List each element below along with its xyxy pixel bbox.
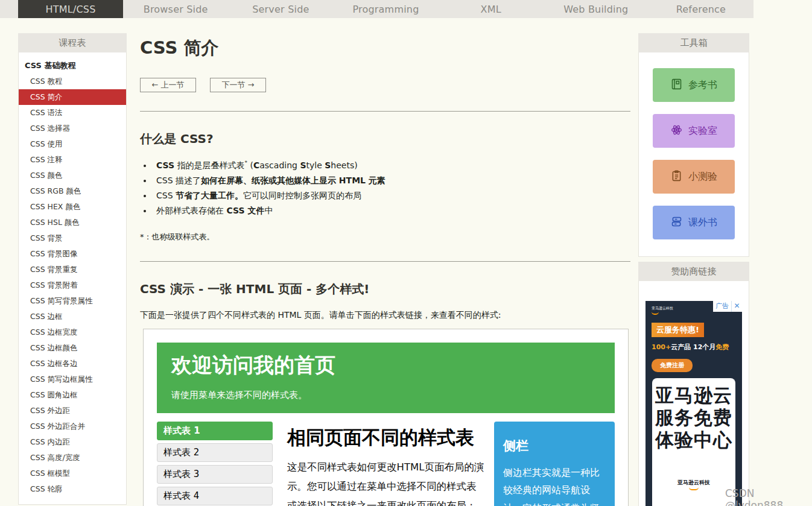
demo-article-heading: 相同页面不同的样式表 — [287, 425, 485, 451]
sidebar-item[interactable]: CSS 高度/宽度 — [19, 450, 126, 466]
demo-banner-title: 欢迎访问我的首页 — [171, 352, 600, 379]
sidebar-item[interactable]: CSS 边框颜色 — [19, 340, 126, 356]
demo-article-text: 这是不同样式表如何更改HTML页面布局的演示。您可以通过在菜单中选择不同的样式表… — [287, 458, 485, 506]
ad-close-icon[interactable]: ✕ — [731, 301, 742, 312]
ad-top-row: 亚马逊云科技 广告 ✕ — [645, 301, 742, 315]
demo-section-heading: CSS 演示 - 一张 HTML 页面 - 多个样式! — [140, 281, 630, 297]
ad-card: 亚马逊云 服务免费 体验中心 亚马逊云科技 爆款服务器 云 — [652, 378, 735, 506]
demo-banner: 欢迎访问我的首页 请使用菜单来选择不同的样式表。 — [157, 343, 615, 413]
demo-stylesheet-menu: 样式表 1 样式表 2 样式表 3 样式表 4 无样式表 — [157, 422, 273, 506]
style-demo-frame: 欢迎访问我的首页 请使用菜单来选择不同的样式表。 样式表 1 样式表 2 样式表… — [143, 329, 629, 506]
ad-banner[interactable]: 亚马逊云科技 广告 ✕ 云服务特惠! 100+云产品 12个月免费 免费注册 亚… — [645, 301, 742, 506]
ad-card-line: 亚马逊云 — [652, 384, 735, 406]
reference-book-button[interactable]: 参考书 — [653, 68, 735, 102]
toolbox-title: 工具箱 — [638, 33, 749, 52]
clipboard-icon — [670, 169, 683, 185]
bullet-item: CSS 节省了大量工作。它可以同时控制多张网页的布局 — [153, 191, 630, 201]
sidebar-item[interactable]: CSS 边框各边 — [19, 356, 126, 372]
sidebar-item[interactable]: CSS 轮廓 — [19, 481, 126, 497]
bullet-item: CSS 指的是层叠样式表* (Cascading Style Sheets) — [153, 160, 630, 171]
sidebar-item[interactable]: CSS 外边距 — [19, 403, 126, 419]
demo-section-intro: 下面是一张提供了四个不同样式表的 HTML 页面。请单击下面的样式表链接，来查看… — [140, 310, 630, 321]
reference-book-label: 参考书 — [688, 79, 717, 92]
demo-stylesheet-button[interactable]: 样式表 3 — [157, 465, 273, 484]
sidebar-item[interactable]: CSS 简写背景属性 — [19, 293, 126, 309]
prev-section-button[interactable]: ← 上一节 — [140, 78, 196, 92]
divider — [140, 111, 630, 112]
course-sidebar: 课程表 CSS 基础教程 CSS 教程 CSS 简介 CSS 语法 CSS 选择… — [18, 33, 127, 505]
ad-brand-logo: 亚马逊云科技 — [645, 301, 673, 315]
demo-stylesheet-button[interactable]: 样式表 1 — [157, 422, 273, 440]
ad-signup-button[interactable]: 免费注册 — [652, 359, 693, 372]
book-icon — [670, 78, 683, 93]
sidebar-item[interactable]: CSS 颜色 — [19, 168, 126, 183]
demo-sidebar-text: 侧边栏其实就是一种比较经典的网站导航设计，它的形式通常为竖向的一列，展示在网站的… — [503, 464, 606, 506]
nav-tab[interactable]: HTML/CSS — [18, 0, 123, 18]
sidebar-item[interactable]: CSS 外边距合并 — [19, 419, 126, 434]
csdn-watermark: CSDN @lydon888 — [725, 487, 812, 506]
next-section-button[interactable]: 下一节 → — [210, 78, 266, 92]
sidebar-item[interactable]: CSS 背景附着 — [19, 277, 126, 293]
sidebar-item[interactable]: CSS 背景重复 — [19, 262, 126, 277]
ad-card-line: 服务免费 — [652, 406, 735, 429]
books-icon — [670, 215, 683, 230]
extra-book-button[interactable]: 课外书 — [653, 206, 735, 239]
sidebar-item[interactable]: CSS 内边距 — [19, 434, 126, 450]
quiz-label: 小测验 — [688, 171, 717, 183]
course-list: CSS 基础教程 CSS 教程 CSS 简介 CSS 语法 CSS 选择器 CS… — [18, 52, 127, 505]
demo-banner-subtitle: 请使用菜单来选择不同的样式表。 — [171, 390, 600, 401]
demo-sidebar: 侧栏 侧边栏其实就是一种比较经典的网站导航设计，它的形式通常为竖向的一列，展示在… — [494, 422, 615, 506]
demo-stylesheet-button[interactable]: 样式表 2 — [157, 443, 273, 462]
lab-label: 实验室 — [688, 125, 717, 138]
top-navigation: HTML/CSS Browser Side Server Side Progra… — [0, 0, 753, 18]
what-is-css-heading: 什么是 CSS? — [140, 131, 630, 147]
ad-corner-controls: 广告 ✕ — [713, 301, 742, 312]
sidebar-item[interactable]: CSS 简介 — [19, 89, 126, 105]
amazon-smile-icon — [689, 487, 699, 490]
pager-buttons: ← 上一节 下一节 → — [140, 78, 630, 92]
toolbox-panel: 参考书 实验室 小测验 课外书 — [638, 52, 749, 257]
toolbox-sidebar: 工具箱 参考书 实验室 小测验 课外书 赞助商链接 亚马逊云科技 — [638, 33, 749, 506]
quiz-button[interactable]: 小测验 — [653, 160, 735, 194]
demo-sidebar-heading: 侧栏 — [503, 437, 606, 454]
course-sidebar-title: 课程表 — [18, 33, 127, 52]
sidebar-item[interactable]: CSS 基础教程 — [19, 58, 126, 74]
sponsor-panel: 亚马逊云科技 广告 ✕ 云服务特惠! 100+云产品 12个月免费 免费注册 亚… — [638, 281, 749, 506]
nav-tab[interactable]: Web Building — [544, 0, 649, 18]
page-title: CSS 简介 — [140, 36, 630, 60]
sponsor-title: 赞助商链接 — [638, 262, 749, 281]
sidebar-item[interactable]: CSS HEX 颜色 — [19, 199, 126, 215]
sidebar-item[interactable]: CSS RGB 颜色 — [19, 183, 126, 199]
sidebar-item[interactable]: CSS 圆角边框 — [19, 387, 126, 403]
sidebar-item[interactable]: CSS 使用 — [19, 136, 126, 152]
sidebar-item[interactable]: CSS 边框 — [19, 309, 126, 324]
ad-promo-ribbon: 云服务特惠! — [652, 323, 704, 337]
sidebar-item[interactable]: CSS HSL 颜色 — [19, 215, 126, 230]
ad-card-logo: 亚马逊云科技 — [652, 479, 735, 490]
nav-tab[interactable]: Reference — [649, 0, 753, 18]
nav-tab[interactable]: Programming — [333, 0, 438, 18]
what-is-css-list: CSS 指的是层叠样式表* (Cascading Style Sheets) C… — [153, 160, 630, 217]
ad-offer-text: 100+云产品 12个月免费 — [652, 343, 742, 352]
sidebar-item[interactable]: CSS 注释 — [19, 152, 126, 168]
sidebar-item[interactable]: CSS 语法 — [19, 105, 126, 121]
demo-article: 相同页面不同的样式表 这是不同样式表如何更改HTML页面布局的演示。您可以通过在… — [273, 422, 494, 506]
nav-tab[interactable]: Browser Side — [123, 0, 228, 18]
sidebar-item[interactable]: CSS 边框宽度 — [19, 324, 126, 340]
nav-tab[interactable]: XML — [439, 0, 544, 18]
ad-card-line: 体验中心 — [652, 429, 735, 451]
bullet-item: CSS 描述了如何在屏幕、纸张或其他媒体上显示 HTML 元素 — [153, 176, 630, 186]
ad-badge: 广告 — [713, 301, 731, 312]
sidebar-item[interactable]: CSS 简写边框属性 — [19, 372, 126, 387]
demo-stylesheet-button[interactable]: 样式表 4 — [157, 487, 273, 505]
nav-tab[interactable]: Server Side — [228, 0, 333, 18]
demo-content-row: 样式表 1 样式表 2 样式表 3 样式表 4 无样式表 相同页面不同的样式表 … — [157, 422, 615, 506]
atom-icon — [670, 124, 683, 139]
sidebar-item[interactable]: CSS 背景图像 — [19, 246, 126, 262]
extra-book-label: 课外书 — [688, 217, 717, 229]
sidebar-item[interactable]: CSS 框模型 — [19, 466, 126, 481]
sidebar-item[interactable]: CSS 选择器 — [19, 121, 126, 136]
lab-button[interactable]: 实验室 — [653, 114, 735, 148]
sidebar-item[interactable]: CSS 教程 — [19, 74, 126, 89]
sidebar-item[interactable]: CSS 背景 — [19, 230, 126, 246]
